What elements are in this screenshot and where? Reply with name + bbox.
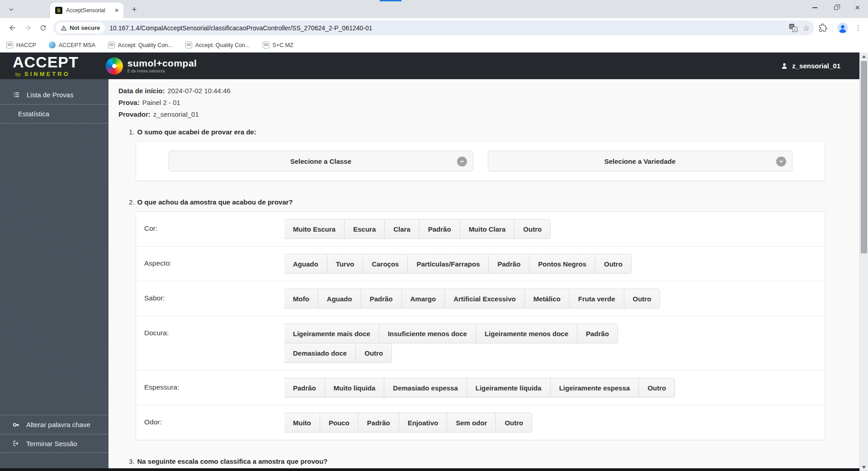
scrollbar-down-arrow[interactable] xyxy=(860,463,868,471)
option-button[interactable]: Outro xyxy=(639,378,675,398)
tab-favicon: S xyxy=(55,7,62,14)
scrollbar-thumb[interactable] xyxy=(861,61,867,253)
tab-search-button[interactable] xyxy=(5,4,17,15)
translate-icon[interactable]: GA xyxy=(789,24,797,32)
option-button[interactable]: Aguado xyxy=(284,254,327,274)
sidebar-item-terminar-sessao[interactable]: Terminar Sessão xyxy=(0,434,108,453)
info-provador: Provador:z_sensorial_01 xyxy=(118,110,859,118)
sidebar-item-label: Alterar palavra chave xyxy=(26,421,90,428)
option-button[interactable]: Padrão xyxy=(420,219,460,239)
option-button[interactable]: Enjoativo xyxy=(399,413,448,433)
user-icon xyxy=(781,62,788,70)
option-button[interactable]: Aguado xyxy=(318,289,361,309)
option-button-group: Ligeiramente mais doce Insuficiente meno… xyxy=(284,324,618,343)
info-prova: Prova:Painel 2 - 01 xyxy=(118,99,859,106)
option-button[interactable]: Pouco xyxy=(320,413,359,433)
option-button[interactable]: Muito Clara xyxy=(460,219,515,239)
option-button[interactable]: Padrão xyxy=(359,413,399,433)
bookmark-accept-quality-1[interactable]: Accept: Quality Con... xyxy=(108,42,173,48)
chevron-down-icon xyxy=(457,157,467,167)
browser-menu-icon[interactable]: ⋮ xyxy=(853,24,863,32)
variety-dropdown[interactable]: Selecione a Variedade xyxy=(488,151,793,171)
option-button[interactable]: Outro xyxy=(356,343,392,363)
option-button[interactable]: Artificial Excessivo xyxy=(445,289,525,309)
option-button[interactable]: Insuficiente menos doce xyxy=(379,324,476,343)
option-button[interactable]: Ligeiramente mais doce xyxy=(284,324,379,343)
profile-avatar[interactable] xyxy=(837,22,849,34)
option-button[interactable]: Pontos Negros xyxy=(529,254,595,274)
window-restore-button[interactable] xyxy=(826,0,847,15)
option-button[interactable]: Demasiado doce xyxy=(284,343,356,363)
url-bar[interactable]: Not secure 10.167.1.4/CompalAcceptSensor… xyxy=(53,20,814,35)
bookmark-haccp[interactable]: HACCP xyxy=(6,42,36,48)
user-menu[interactable]: z_sensorial_01 xyxy=(781,62,840,70)
option-button[interactable]: Outro xyxy=(496,413,532,433)
sidebar-item-estatistica[interactable]: Estatística xyxy=(0,105,108,124)
option-button[interactable]: Partículas/Farrapos xyxy=(408,254,489,274)
option-button-group: Demasiado doce Outro xyxy=(284,343,392,363)
option-button[interactable]: Muito líquida xyxy=(325,378,384,398)
option-button[interactable]: Muito xyxy=(284,413,320,433)
page-scrollbar[interactable] xyxy=(859,52,868,471)
tab-close-icon[interactable]: ✕ xyxy=(113,7,120,14)
chevron-down-icon xyxy=(9,7,14,12)
option-button[interactable]: Sem odor xyxy=(447,413,496,433)
new-tab-button[interactable]: + xyxy=(129,5,139,14)
option-button[interactable]: Ligeiramente líquida xyxy=(467,378,551,398)
option-button[interactable]: Padrão xyxy=(577,324,618,343)
forward-arrow-icon xyxy=(24,24,32,32)
bookmark-star-icon[interactable]: ☆ xyxy=(803,24,810,33)
sumol-swirl-icon xyxy=(106,57,123,75)
browser-tab-strip: S AcceptSensorial ✕ + ✕ xyxy=(0,0,868,18)
bookmark-accept-quality-2[interactable]: Accept: Quality Con... xyxy=(185,42,250,48)
bookmark-accept-msa[interactable]: ACCEPT MSA xyxy=(49,42,95,48)
security-chip[interactable]: Not secure xyxy=(56,22,105,33)
forward-button[interactable] xyxy=(20,20,35,36)
option-button[interactable]: Fruta verde xyxy=(570,289,624,309)
refresh-button[interactable] xyxy=(35,20,51,36)
option-button[interactable]: Metálico xyxy=(525,289,570,309)
attribute-label: Aspecto: xyxy=(136,259,284,267)
option-button[interactable]: Padrão xyxy=(361,289,402,309)
attribute-row: Espessura: Padrão Muito líquida xyxy=(136,371,825,405)
option-button[interactable]: Mofo xyxy=(284,289,318,309)
question-3-heading: 3.Na seguinte escala como classifica a a… xyxy=(129,457,859,465)
sidebar-item-lista-de-provas[interactable]: Lista de Provas xyxy=(0,86,108,105)
option-button[interactable]: Padrão xyxy=(284,378,325,398)
attribute-row: Cor: Muito Escura Escura Clara xyxy=(136,212,825,247)
option-button[interactable]: Caroços xyxy=(363,254,408,274)
option-button-group: Muito Pouco Padrão Enjoativo Sem odor xyxy=(284,413,532,433)
option-button[interactable]: Turvo xyxy=(327,254,363,274)
option-button[interactable]: Outro xyxy=(595,254,632,274)
window-close-button[interactable]: ✕ xyxy=(847,0,868,15)
attribute-row: Aspecto: Aguado Turvo Caroços xyxy=(136,247,825,281)
scrollbar-up-arrow[interactable] xyxy=(860,52,868,60)
attribute-label: Espessura: xyxy=(136,383,284,391)
bookmark-globe-icon xyxy=(49,42,56,48)
bookmark-sc-mz[interactable]: S+C MZ xyxy=(263,42,293,48)
option-button[interactable]: Demasiado espessa xyxy=(384,378,467,398)
list-icon xyxy=(13,91,20,99)
browser-tab[interactable]: S AcceptSensorial ✕ xyxy=(50,3,123,18)
option-button[interactable]: Clara xyxy=(385,219,420,239)
minimize-icon xyxy=(812,7,817,8)
sidebar-item-label: Terminar Sessão xyxy=(26,440,77,447)
option-button[interactable]: Outro xyxy=(514,219,551,239)
browser-toolbar: Not secure 10.167.1.4/CompalAcceptSensor… xyxy=(0,18,868,38)
option-button[interactable]: Amargo xyxy=(402,289,445,309)
key-icon xyxy=(13,421,20,428)
option-button[interactable]: Outro xyxy=(624,289,660,309)
option-button[interactable]: Ligeiramente menos doce xyxy=(476,324,577,343)
class-dropdown[interactable]: Selecione a Classe xyxy=(169,151,473,171)
restore-icon xyxy=(834,6,838,10)
option-button[interactable]: Escura xyxy=(344,219,385,239)
app-header: ACCEPT by SINMETRO sumol+compal É da nos… xyxy=(0,52,859,79)
sidebar-item-alterar-palavra-chave[interactable]: Alterar palavra chave xyxy=(0,415,108,434)
back-button[interactable] xyxy=(5,20,20,36)
option-button[interactable]: Padrão xyxy=(489,254,529,274)
option-button-group: Aguado Turvo Caroços Partículas/Farrapos… xyxy=(284,254,632,274)
window-minimize-button[interactable] xyxy=(804,0,826,15)
option-button[interactable]: Muito Escura xyxy=(284,219,344,239)
option-button[interactable]: Ligeiramente espessa xyxy=(551,378,639,398)
extensions-icon[interactable] xyxy=(819,24,827,32)
